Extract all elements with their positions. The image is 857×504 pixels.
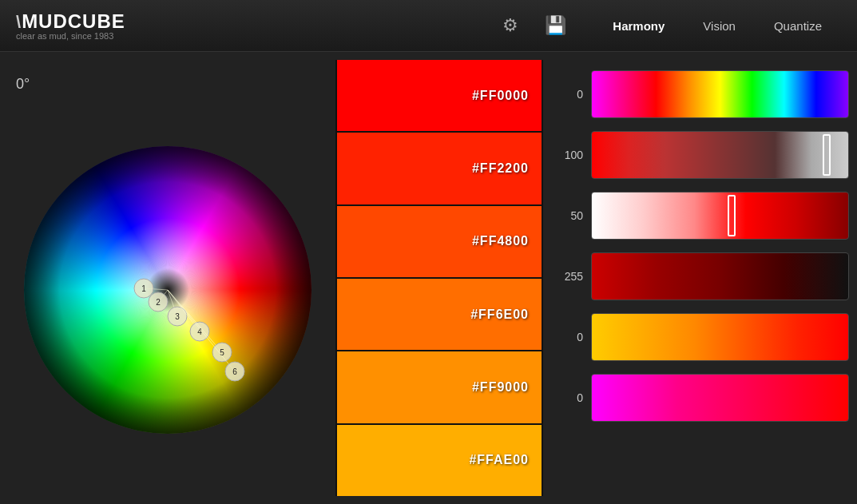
slider-value-3: 255 [551,270,583,283]
save-button[interactable]: 💾 [541,11,569,40]
logo-area: \MUDCUBE clear as mud, since 1983 [16,10,125,41]
color-wheel[interactable] [24,146,311,434]
swatch-label-2: #FF4800 [472,234,529,248]
nav-harmony[interactable]: Harmony [593,13,684,39]
slider-value-4: 0 [551,331,583,343]
swatch-row-2[interactable]: #FF4800 [337,206,542,279]
swatch-label-1: #FF2200 [472,161,529,176]
sliders-panel: 01005025500 [543,60,857,496]
slider-track-1[interactable] [591,131,849,179]
swatch-label-0: #FF0000 [472,89,529,103]
slider-value-2: 50 [551,209,583,222]
slider-thumb-2[interactable] [728,195,736,236]
nav-links: Harmony Vision Quantize [593,13,841,39]
header: \MUDCUBE clear as mud, since 1983 ⚙ 💾 Ha… [0,0,857,52]
nav-quantize[interactable]: Quantize [755,13,841,39]
swatch-row-0[interactable]: #FF0000 [337,60,542,133]
slider-row-1: 100 [551,127,849,183]
main-content: 0° 123456 #FF0000#FF2200#FF4800#FF6E00#F… [0,52,857,504]
swatch-row-1[interactable]: #FF2200 [337,133,542,205]
slider-value-5: 0 [551,391,583,404]
swatch-label-5: #FFAE00 [469,453,529,467]
swatch-row-5[interactable]: #FFAE00 [337,425,542,496]
slider-row-4: 0 [551,309,849,365]
swatch-row-4[interactable]: #FF9000 [337,351,542,424]
slider-track-5[interactable] [591,374,849,422]
slider-row-2: 50 [551,188,849,244]
wheel-container[interactable]: 123456 [24,146,311,434]
swatch-label-3: #FF6E00 [470,308,529,322]
slider-track-4[interactable] [591,313,849,361]
slider-thumb-1[interactable] [823,134,831,176]
slider-track-3[interactable] [591,252,849,300]
slider-value-1: 100 [551,149,583,161]
slider-row-5: 0 [551,370,849,426]
swatch-label-4: #FF9000 [472,380,529,395]
slider-row-0: 0 [551,66,849,122]
slider-row-3: 255 [551,248,849,304]
header-icons: ⚙ 💾 [496,11,569,40]
left-panel: 0° 123456 [0,60,335,496]
slider-value-0: 0 [551,88,583,101]
logo-sub: clear as mud, since 1983 [16,31,125,41]
swatches-panel: #FF0000#FF2200#FF4800#FF6E00#FF9000#FFAE… [335,60,543,496]
slider-track-0[interactable] [591,70,849,118]
angle-label: 0° [16,76,30,93]
swatch-row-3[interactable]: #FF6E00 [337,279,542,351]
nav-vision[interactable]: Vision [684,13,755,39]
slider-track-2[interactable] [591,192,849,240]
gear-button[interactable]: ⚙ [496,11,525,40]
logo-text: \MUDCUBE [16,10,125,33]
